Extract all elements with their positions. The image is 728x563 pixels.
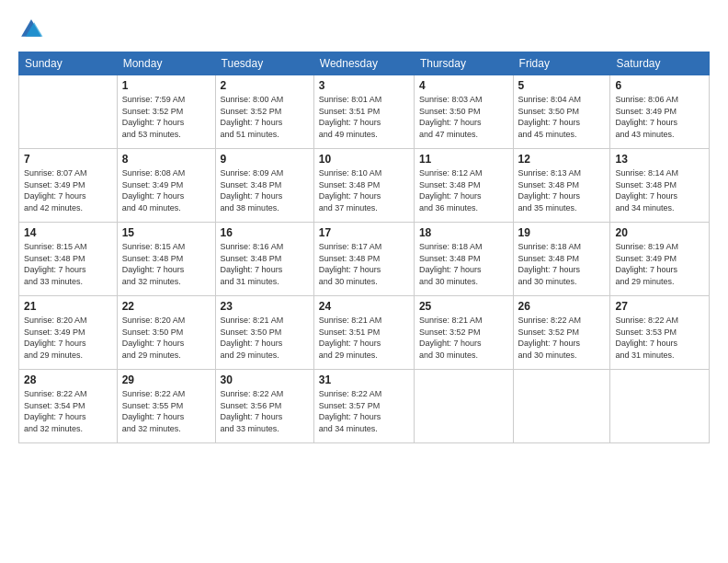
calendar-cell-4-2: 22Sunrise: 8:20 AMSunset: 3:50 PMDayligh… xyxy=(117,296,215,370)
day-info: Sunrise: 8:18 AMSunset: 3:48 PMDaylight:… xyxy=(419,241,508,287)
calendar-cell-1-7: 6Sunrise: 8:06 AMSunset: 3:49 PMDaylight… xyxy=(610,75,710,149)
calendar-cell-2-4: 10Sunrise: 8:10 AMSunset: 3:48 PMDayligh… xyxy=(313,149,414,223)
calendar-cell-3-2: 15Sunrise: 8:15 AMSunset: 3:48 PMDayligh… xyxy=(117,223,215,296)
calendar-cell-4-4: 24Sunrise: 8:21 AMSunset: 3:51 PMDayligh… xyxy=(313,296,414,370)
day-number: 21 xyxy=(24,300,112,313)
week-row-2: 7Sunrise: 8:07 AMSunset: 3:49 PMDaylight… xyxy=(19,149,710,223)
day-number: 3 xyxy=(319,79,409,92)
week-row-4: 21Sunrise: 8:20 AMSunset: 3:49 PMDayligh… xyxy=(19,296,710,370)
day-number: 26 xyxy=(518,300,606,313)
day-number: 11 xyxy=(419,153,508,166)
day-number: 30 xyxy=(221,373,309,386)
calendar-cell-1-6: 5Sunrise: 8:04 AMSunset: 3:50 PMDaylight… xyxy=(513,75,610,149)
day-info: Sunrise: 8:04 AMSunset: 3:50 PMDaylight:… xyxy=(518,94,606,140)
day-number: 13 xyxy=(615,153,704,166)
day-info: Sunrise: 8:22 AMSunset: 3:53 PMDaylight:… xyxy=(615,315,704,361)
day-number: 31 xyxy=(319,373,409,386)
week-row-3: 14Sunrise: 8:15 AMSunset: 3:48 PMDayligh… xyxy=(19,223,710,296)
calendar-cell-3-4: 17Sunrise: 8:17 AMSunset: 3:48 PMDayligh… xyxy=(313,223,414,296)
calendar-cell-1-2: 1Sunrise: 7:59 AMSunset: 3:52 PMDaylight… xyxy=(117,75,215,149)
weekday-header-row: SundayMondayTuesdayWednesdayThursdayFrid… xyxy=(19,52,710,75)
day-number: 1 xyxy=(122,79,210,92)
calendar-cell-3-1: 14Sunrise: 8:15 AMSunset: 3:48 PMDayligh… xyxy=(19,223,118,296)
weekday-header-wednesday: Wednesday xyxy=(313,52,414,75)
day-number: 28 xyxy=(24,373,112,386)
calendar-cell-1-1 xyxy=(19,75,118,149)
day-info: Sunrise: 8:09 AMSunset: 3:48 PMDaylight:… xyxy=(221,167,309,213)
day-info: Sunrise: 8:21 AMSunset: 3:51 PMDaylight:… xyxy=(319,315,409,361)
logo xyxy=(18,17,48,42)
day-number: 27 xyxy=(615,300,704,313)
calendar-cell-2-7: 13Sunrise: 8:14 AMSunset: 3:48 PMDayligh… xyxy=(610,149,710,223)
day-number: 29 xyxy=(122,373,210,386)
calendar-cell-2-5: 11Sunrise: 8:12 AMSunset: 3:48 PMDayligh… xyxy=(414,149,513,223)
day-info: Sunrise: 8:19 AMSunset: 3:49 PMDaylight:… xyxy=(615,241,704,287)
calendar-cell-5-3: 30Sunrise: 8:22 AMSunset: 3:56 PMDayligh… xyxy=(215,370,313,443)
calendar-cell-1-3: 2Sunrise: 8:00 AMSunset: 3:52 PMDaylight… xyxy=(215,75,313,149)
weekday-header-friday: Friday xyxy=(513,52,610,75)
day-info: Sunrise: 8:15 AMSunset: 3:48 PMDaylight:… xyxy=(122,241,210,287)
day-info: Sunrise: 8:07 AMSunset: 3:49 PMDaylight:… xyxy=(24,167,112,213)
weekday-header-monday: Monday xyxy=(117,52,215,75)
calendar-cell-5-6 xyxy=(513,370,610,443)
calendar-cell-2-2: 8Sunrise: 8:08 AMSunset: 3:49 PMDaylight… xyxy=(117,149,215,223)
calendar-cell-4-1: 21Sunrise: 8:20 AMSunset: 3:49 PMDayligh… xyxy=(19,296,118,370)
calendar-cell-1-5: 4Sunrise: 8:03 AMSunset: 3:50 PMDaylight… xyxy=(414,75,513,149)
calendar-cell-4-7: 27Sunrise: 8:22 AMSunset: 3:53 PMDayligh… xyxy=(610,296,710,370)
day-info: Sunrise: 8:21 AMSunset: 3:50 PMDaylight:… xyxy=(221,315,309,361)
week-row-5: 28Sunrise: 8:22 AMSunset: 3:54 PMDayligh… xyxy=(19,370,710,443)
day-number: 14 xyxy=(24,226,112,239)
day-info: Sunrise: 8:22 AMSunset: 3:57 PMDaylight:… xyxy=(319,388,409,434)
day-info: Sunrise: 8:22 AMSunset: 3:56 PMDaylight:… xyxy=(221,388,309,434)
day-info: Sunrise: 8:22 AMSunset: 3:54 PMDaylight:… xyxy=(24,388,112,434)
day-number: 23 xyxy=(221,300,309,313)
day-info: Sunrise: 8:06 AMSunset: 3:49 PMDaylight:… xyxy=(615,94,704,140)
day-info: Sunrise: 8:13 AMSunset: 3:48 PMDaylight:… xyxy=(518,167,606,213)
day-info: Sunrise: 8:18 AMSunset: 3:48 PMDaylight:… xyxy=(518,241,606,287)
day-number: 24 xyxy=(319,300,409,313)
calendar-cell-5-4: 31Sunrise: 8:22 AMSunset: 3:57 PMDayligh… xyxy=(313,370,414,443)
day-number: 18 xyxy=(419,226,508,239)
calendar-cell-5-1: 28Sunrise: 8:22 AMSunset: 3:54 PMDayligh… xyxy=(19,370,118,443)
day-info: Sunrise: 8:00 AMSunset: 3:52 PMDaylight:… xyxy=(221,94,309,140)
calendar-cell-2-1: 7Sunrise: 8:07 AMSunset: 3:49 PMDaylight… xyxy=(19,149,118,223)
weekday-header-tuesday: Tuesday xyxy=(215,52,313,75)
calendar-cell-1-4: 3Sunrise: 8:01 AMSunset: 3:51 PMDaylight… xyxy=(313,75,414,149)
day-number: 15 xyxy=(122,226,210,239)
page: SundayMondayTuesdayWednesdayThursdayFrid… xyxy=(0,0,728,563)
day-number: 17 xyxy=(319,226,409,239)
day-info: Sunrise: 8:12 AMSunset: 3:48 PMDaylight:… xyxy=(419,167,508,213)
day-number: 4 xyxy=(419,79,508,92)
day-number: 7 xyxy=(24,153,112,166)
day-number: 2 xyxy=(221,79,309,92)
day-number: 9 xyxy=(221,153,309,166)
day-number: 10 xyxy=(319,153,409,166)
day-info: Sunrise: 8:22 AMSunset: 3:52 PMDaylight:… xyxy=(518,315,606,361)
calendar-cell-3-3: 16Sunrise: 8:16 AMSunset: 3:48 PMDayligh… xyxy=(215,223,313,296)
day-number: 8 xyxy=(122,153,210,166)
day-number: 19 xyxy=(518,226,606,239)
day-number: 16 xyxy=(221,226,309,239)
calendar-cell-4-3: 23Sunrise: 8:21 AMSunset: 3:50 PMDayligh… xyxy=(215,296,313,370)
day-info: Sunrise: 7:59 AMSunset: 3:52 PMDaylight:… xyxy=(122,94,210,140)
day-number: 6 xyxy=(615,79,704,92)
day-info: Sunrise: 8:20 AMSunset: 3:49 PMDaylight:… xyxy=(24,315,112,361)
calendar-cell-3-6: 19Sunrise: 8:18 AMSunset: 3:48 PMDayligh… xyxy=(513,223,610,296)
day-info: Sunrise: 8:16 AMSunset: 3:48 PMDaylight:… xyxy=(221,241,309,287)
day-info: Sunrise: 8:10 AMSunset: 3:48 PMDaylight:… xyxy=(319,167,409,213)
day-info: Sunrise: 8:17 AMSunset: 3:48 PMDaylight:… xyxy=(319,241,409,287)
calendar-cell-5-7 xyxy=(610,370,710,443)
calendar-cell-2-3: 9Sunrise: 8:09 AMSunset: 3:48 PMDaylight… xyxy=(215,149,313,223)
weekday-header-sunday: Sunday xyxy=(19,52,118,75)
day-number: 22 xyxy=(122,300,210,313)
day-info: Sunrise: 8:20 AMSunset: 3:50 PMDaylight:… xyxy=(122,315,210,361)
day-info: Sunrise: 8:08 AMSunset: 3:49 PMDaylight:… xyxy=(122,167,210,213)
weekday-header-thursday: Thursday xyxy=(414,52,513,75)
calendar-cell-4-6: 26Sunrise: 8:22 AMSunset: 3:52 PMDayligh… xyxy=(513,296,610,370)
calendar-cell-4-5: 25Sunrise: 8:21 AMSunset: 3:52 PMDayligh… xyxy=(414,296,513,370)
calendar-cell-5-5 xyxy=(414,370,513,443)
day-number: 12 xyxy=(518,153,606,166)
logo-icon xyxy=(18,17,44,42)
day-number: 5 xyxy=(518,79,606,92)
calendar-cell-3-7: 20Sunrise: 8:19 AMSunset: 3:49 PMDayligh… xyxy=(610,223,710,296)
